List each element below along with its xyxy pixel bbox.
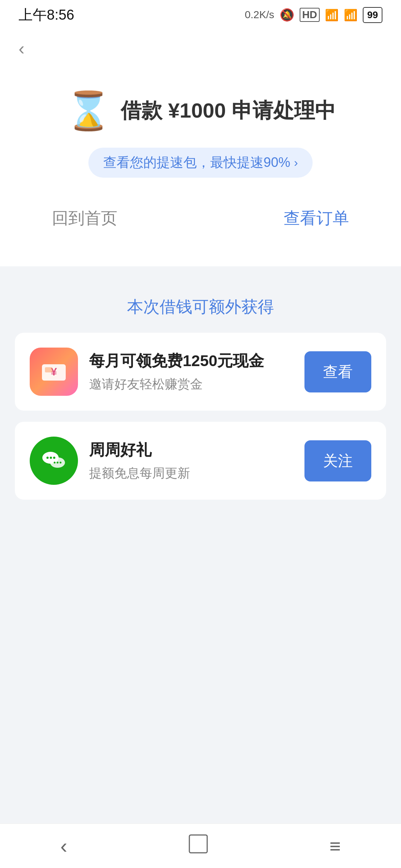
status-icons: 0.2K/s 🔕 HD 📶 📶 99 <box>245 7 382 23</box>
speed-badge[interactable]: 查看您的提速包，最快提速90% › <box>88 148 313 178</box>
svg-point-7 <box>53 457 55 459</box>
action-buttons: 回到首页 查看订单 <box>22 200 379 237</box>
speed-badge-text: 查看您的提速包，最快提速90% <box>103 154 290 172</box>
svg-point-6 <box>50 457 52 459</box>
signal-icon-1: 📶 <box>325 9 339 22</box>
wechat-card-text: 周周好礼 提额免息每周更新 <box>89 440 293 482</box>
bottom-menu-button[interactable]: ≡ <box>307 828 363 865</box>
hd-icon: HD <box>300 8 320 22</box>
status-time: 上午8:56 <box>19 6 74 24</box>
battery-indicator: 99 <box>363 7 382 23</box>
speed-badge-arrow: › <box>294 156 298 170</box>
signal-icon-2: 📶 <box>344 9 358 22</box>
benefits-title: 本次借钱可额外获得 <box>15 296 386 318</box>
cash-card-text: 每月可领免费1250元现金 邀请好友轻松赚赏金 <box>89 351 293 393</box>
svg-rect-2 <box>45 367 52 372</box>
processing-row: ⌛ 借款 ¥1000 申请处理中 <box>65 89 336 133</box>
svg-point-10 <box>60 462 62 464</box>
bottom-home-button[interactable] <box>166 826 231 866</box>
cash-card-button[interactable]: 查看 <box>304 351 371 392</box>
order-button[interactable]: 查看订单 <box>276 200 356 237</box>
network-speed: 0.2K/s <box>245 9 274 21</box>
svg-rect-11 <box>189 835 207 853</box>
bottom-back-button[interactable]: ‹ <box>38 826 90 865</box>
benefits-section: 本次借钱可额外获得 ¥ 每月可领免费1250元现金 邀请好友轻松赚赏金 查看 <box>0 274 401 533</box>
section-divider <box>0 266 401 274</box>
bottom-nav: ‹ ≡ <box>0 823 401 868</box>
svg-point-9 <box>57 462 59 464</box>
gray-spacer <box>0 533 401 868</box>
wechat-card-title: 周周好礼 <box>89 440 293 460</box>
svg-point-5 <box>46 457 49 459</box>
hourglass-icon: ⌛ <box>65 89 112 133</box>
home-button[interactable]: 回到首页 <box>45 200 125 237</box>
benefit-card-cash: ¥ 每月可领免费1250元现金 邀请好友轻松赚赏金 查看 <box>15 333 386 411</box>
processing-section: ⌛ 借款 ¥1000 申请处理中 查看您的提速包，最快提速90% › <box>65 89 336 178</box>
cash-card-title: 每月可领免费1250元现金 <box>89 351 293 371</box>
processing-title: 借款 ¥1000 申请处理中 <box>121 97 336 125</box>
nav-bar: ‹ <box>0 30 401 67</box>
cash-card-icon: ¥ <box>30 348 78 396</box>
main-content: ⌛ 借款 ¥1000 申请处理中 查看您的提速包，最快提速90% › 回到首页 … <box>0 67 401 266</box>
cash-card-subtitle: 邀请好友轻松赚赏金 <box>89 376 293 393</box>
wechat-card-icon <box>30 437 78 485</box>
status-bar: 上午8:56 0.2K/s 🔕 HD 📶 📶 99 <box>0 0 401 30</box>
wechat-card-subtitle: 提额免息每周更新 <box>89 465 293 482</box>
benefit-card-wechat: 周周好礼 提额免息每周更新 关注 <box>15 422 386 500</box>
back-button[interactable]: ‹ <box>15 34 28 62</box>
wechat-card-button[interactable]: 关注 <box>304 440 371 481</box>
svg-point-8 <box>54 462 56 464</box>
mute-icon: 🔕 <box>280 8 294 22</box>
